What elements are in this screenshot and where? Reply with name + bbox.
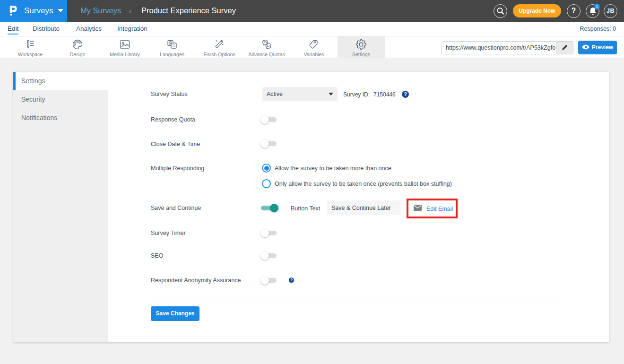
svg-text:A: A [173,43,175,48]
